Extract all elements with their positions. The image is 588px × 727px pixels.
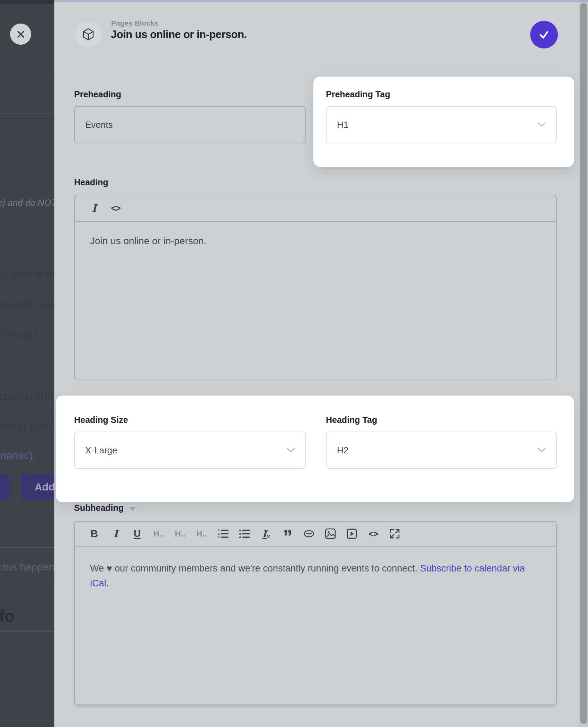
dimmed-sidebar: e) and do NOT us online or i rizontal Ru…: [0, 0, 54, 727]
sidebar-text-fragment: e) and do NOT: [0, 197, 54, 208]
code-icon[interactable]: <>: [366, 529, 380, 539]
chevron-down-icon: [537, 122, 546, 127]
code-icon[interactable]: <>: [109, 203, 123, 213]
svg-text:2: 2: [218, 532, 220, 535]
breadcrumb: Pages Blocks: [111, 19, 159, 27]
collapse-caret-icon[interactable]: [129, 507, 136, 511]
block-editor-panel: Pages Blocks Join us online or in-person…: [54, 0, 588, 727]
heading-textarea[interactable]: Join us online or in-person.: [75, 222, 556, 260]
chevron-down-icon: [537, 448, 546, 453]
sidebar-divider: [0, 584, 54, 584]
heading-size-value: X-Large: [85, 445, 117, 456]
sidebar-card-edge: [0, 76, 52, 76]
chevron-down-icon: [287, 448, 295, 453]
block-type-icon-wrap: [75, 21, 101, 47]
sidebar-divider: [0, 547, 54, 548]
sidebar-text-fragment: rizontal Rule: [0, 390, 54, 403]
heading2-icon[interactable]: H..: [173, 529, 187, 539]
heading-tag-label: Heading Tag: [326, 415, 377, 425]
subheading-label-row: Subheading: [74, 503, 136, 513]
subheading-label: Subheading: [74, 503, 124, 513]
subheading-textarea[interactable]: We ♥ our community members and we're con…: [75, 547, 546, 605]
clear-format-icon[interactable]: Ix: [259, 529, 273, 539]
page-title: Join us online or in-person.: [111, 28, 247, 41]
sidebar-divider: [0, 631, 54, 632]
sidebar-text-fragment: Groups: [1, 328, 38, 341]
heading-toolbar: I <>: [75, 195, 556, 222]
sidebar-heading-fragment: fo: [0, 607, 14, 626]
heading-size-label: Heading Size: [74, 415, 128, 425]
confirm-button[interactable]: [530, 21, 558, 48]
heading-tag-select[interactable]: H2: [326, 432, 557, 469]
preheading-input[interactable]: Events: [74, 106, 306, 143]
italic-icon[interactable]: I: [87, 202, 101, 214]
sidebar-text-fragment: ctus happen: [0, 561, 54, 573]
subheading-toolbar: B I U H.. H.. H.. 1 2 3: [75, 522, 556, 547]
subheading-editor[interactable]: B I U H.. H.. H.. 1 2 3: [74, 521, 557, 705]
sidebar-purple-fragment: ynamic):: [0, 450, 36, 462]
preheading-value: Events: [85, 119, 113, 130]
heading-tag-value: H2: [337, 445, 348, 456]
heading-size-select[interactable]: X-Large: [74, 432, 306, 469]
blockquote-icon[interactable]: ”: [280, 533, 294, 540]
link-icon[interactable]: [302, 529, 316, 539]
check-icon: [537, 28, 551, 41]
cut-button[interactable]: [0, 474, 10, 500]
top-edge-accent-strip: [54, 0, 588, 2]
scrollbar-thumb[interactable]: [580, 3, 587, 724]
heading-editor[interactable]: I <> Join us online or in-person.: [74, 195, 557, 380]
preheading-tag-select[interactable]: H1: [326, 106, 557, 143]
bullet-list-icon[interactable]: [238, 529, 251, 539]
italic-icon[interactable]: I: [109, 528, 123, 540]
svg-text:3: 3: [218, 535, 220, 539]
cube-icon: [82, 28, 95, 41]
heading1-icon[interactable]: H..: [152, 529, 166, 539]
sidebar-text-fragment: rizontal Rule: [0, 298, 54, 311]
svg-text:1: 1: [218, 529, 220, 532]
heading3-icon[interactable]: H..: [195, 529, 208, 539]
close-button[interactable]: [10, 24, 31, 45]
subheading-text: We ♥ our community members and we're con…: [90, 563, 420, 574]
image-icon[interactable]: [323, 528, 337, 539]
bold-icon[interactable]: B: [87, 528, 101, 540]
sidebar-text-fragment: ynamic):ev: [0, 450, 53, 462]
video-icon[interactable]: [345, 528, 359, 539]
close-icon: [16, 29, 26, 39]
underline-icon[interactable]: U: [130, 528, 144, 539]
sidebar-card-edge: [0, 113, 52, 114]
preheading-tag-value: H1: [337, 119, 348, 130]
sidebar-fragment-suffix: ev: [42, 450, 53, 462]
preheading-label: Preheading: [74, 89, 121, 99]
ordered-list-icon[interactable]: 1 2 3: [216, 529, 230, 539]
add-button-label: Add: [35, 481, 54, 493]
add-button[interactable]: Add: [21, 474, 54, 500]
sidebar-top-strip: [0, 0, 54, 4]
preheading-tag-label: Preheading Tag: [326, 89, 390, 99]
heading-label: Heading: [74, 177, 108, 187]
scrollbar-track[interactable]: [579, 0, 588, 727]
fullscreen-icon[interactable]: [388, 528, 402, 539]
sidebar-text-fragment: us online or i: [0, 268, 54, 281]
sidebar-text-fragment: oming Events: [0, 419, 54, 433]
